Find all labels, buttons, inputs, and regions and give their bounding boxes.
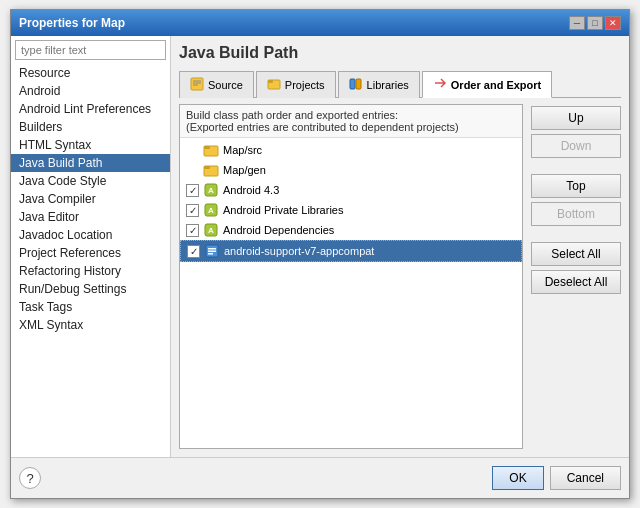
tabs: SourceProjectsLibrariesOrder and Export (179, 70, 621, 98)
help-button[interactable]: ? (19, 467, 41, 489)
sidebar-item[interactable]: Refactoring History (11, 262, 170, 280)
svg-rect-20 (208, 251, 216, 253)
sidebar-item[interactable]: Builders (11, 118, 170, 136)
list-header-line1: Build class path order and exported entr… (186, 109, 516, 121)
tab-icon (190, 77, 204, 94)
list-item[interactable]: Map/gen (180, 160, 522, 180)
svg-rect-21 (208, 253, 213, 255)
close-button[interactable]: ✕ (605, 16, 621, 30)
tab-icon (433, 76, 447, 93)
list-item-label: Map/src (223, 144, 262, 156)
svg-rect-19 (208, 248, 216, 250)
svg-text:A: A (208, 206, 214, 215)
list-item[interactable]: AAndroid Private Libraries (180, 200, 522, 220)
title-bar: Properties for Map ─ □ ✕ (11, 10, 629, 36)
sidebar-item[interactable]: HTML Syntax (11, 136, 170, 154)
tab-source[interactable]: Source (179, 71, 254, 98)
list-item[interactable]: AAndroid 4.3 (180, 180, 522, 200)
svg-text:A: A (208, 186, 214, 195)
tab-label: Projects (285, 79, 325, 91)
list-header: Build class path order and exported entr… (180, 105, 522, 138)
sidebar-item[interactable]: Java Editor (11, 208, 170, 226)
up-button[interactable]: Up (531, 106, 621, 130)
tab-label: Order and Export (451, 79, 541, 91)
svg-rect-11 (204, 166, 210, 169)
action-buttons: Up Down Top Bottom Select All Deselect A… (531, 104, 621, 449)
svg-rect-5 (268, 80, 273, 83)
list-item[interactable]: android-support-v7-appcompat (180, 240, 522, 262)
list-items: Map/srcMap/genAAndroid 4.3AAndroid Priva… (180, 138, 522, 448)
minimize-button[interactable]: ─ (569, 16, 585, 30)
dialog-title: Properties for Map (19, 16, 125, 30)
list-item-label: Map/gen (223, 164, 266, 176)
svg-rect-7 (356, 79, 361, 89)
svg-rect-6 (350, 79, 355, 89)
sidebar-item[interactable]: Task Tags (11, 298, 170, 316)
sidebar-item[interactable]: Javadoc Location (11, 226, 170, 244)
bottom-button[interactable]: Bottom (531, 202, 621, 226)
list-item-checkbox[interactable] (187, 245, 200, 258)
title-bar-buttons: ─ □ ✕ (569, 16, 621, 30)
sidebar-item[interactable]: Java Code Style (11, 172, 170, 190)
list-item-icon (204, 243, 220, 259)
sidebar-item[interactable]: Java Build Path (11, 154, 170, 172)
list-item-label: Android Private Libraries (223, 204, 343, 216)
select-all-button[interactable]: Select All (531, 242, 621, 266)
svg-rect-9 (204, 146, 210, 149)
ok-button[interactable]: OK (492, 466, 543, 490)
deselect-all-button[interactable]: Deselect All (531, 270, 621, 294)
tab-libraries[interactable]: Libraries (338, 71, 420, 98)
sidebar-item[interactable]: Resource (11, 64, 170, 82)
tab-icon (267, 77, 281, 94)
list-item-icon (203, 142, 219, 158)
sidebar-item[interactable]: Java Compiler (11, 190, 170, 208)
tab-label: Source (208, 79, 243, 91)
tab-order-and-export[interactable]: Order and Export (422, 71, 552, 98)
sidebar-item[interactable]: Run/Debug Settings (11, 280, 170, 298)
main-area: Java Build Path SourceProjectsLibrariesO… (171, 36, 629, 457)
list-item-label: android-support-v7-appcompat (224, 245, 374, 257)
properties-dialog: Properties for Map ─ □ ✕ ResourceAndroid… (10, 9, 630, 499)
list-header-line2: (Exported entries are contributed to dep… (186, 121, 516, 133)
list-item-label: Android Dependencies (223, 224, 334, 236)
maximize-button[interactable]: □ (587, 16, 603, 30)
list-item-icon: A (203, 182, 219, 198)
list-item-checkbox[interactable] (186, 224, 199, 237)
sidebar-item[interactable]: XML Syntax (11, 316, 170, 334)
tab-projects[interactable]: Projects (256, 71, 336, 98)
sidebar: ResourceAndroidAndroid Lint PreferencesB… (11, 36, 171, 457)
list-item-label: Android 4.3 (223, 184, 279, 196)
list-item-icon: A (203, 222, 219, 238)
filter-input[interactable] (15, 40, 166, 60)
top-button[interactable]: Top (531, 174, 621, 198)
svg-rect-0 (191, 78, 203, 90)
svg-text:A: A (208, 226, 214, 235)
list-item-icon: A (203, 202, 219, 218)
dialog-body: ResourceAndroidAndroid Lint PreferencesB… (11, 36, 629, 457)
dialog-footer: ? OK Cancel (11, 457, 629, 498)
list-item[interactable]: AAndroid Dependencies (180, 220, 522, 240)
list-item[interactable]: Map/src (180, 140, 522, 160)
list-item-icon (203, 162, 219, 178)
sidebar-items: ResourceAndroidAndroid Lint PreferencesB… (11, 64, 170, 457)
sidebar-item[interactable]: Android (11, 82, 170, 100)
list-item-checkbox[interactable] (186, 204, 199, 217)
sidebar-item[interactable]: Project References (11, 244, 170, 262)
tab-icon (349, 77, 363, 94)
list-item-checkbox[interactable] (186, 184, 199, 197)
tab-label: Libraries (367, 79, 409, 91)
cancel-button[interactable]: Cancel (550, 466, 621, 490)
sidebar-item[interactable]: Android Lint Preferences (11, 100, 170, 118)
down-button[interactable]: Down (531, 134, 621, 158)
page-title: Java Build Path (179, 44, 621, 62)
list-panel: Build class path order and exported entr… (179, 104, 523, 449)
footer-buttons: OK Cancel (492, 466, 621, 490)
content-area: Build class path order and exported entr… (179, 104, 621, 449)
